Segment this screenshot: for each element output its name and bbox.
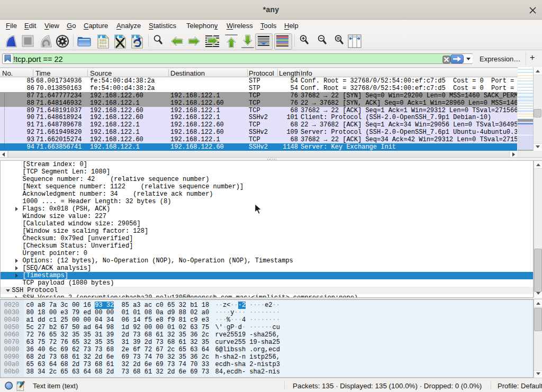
svg-text:0111: 0111 <box>100 44 107 48</box>
